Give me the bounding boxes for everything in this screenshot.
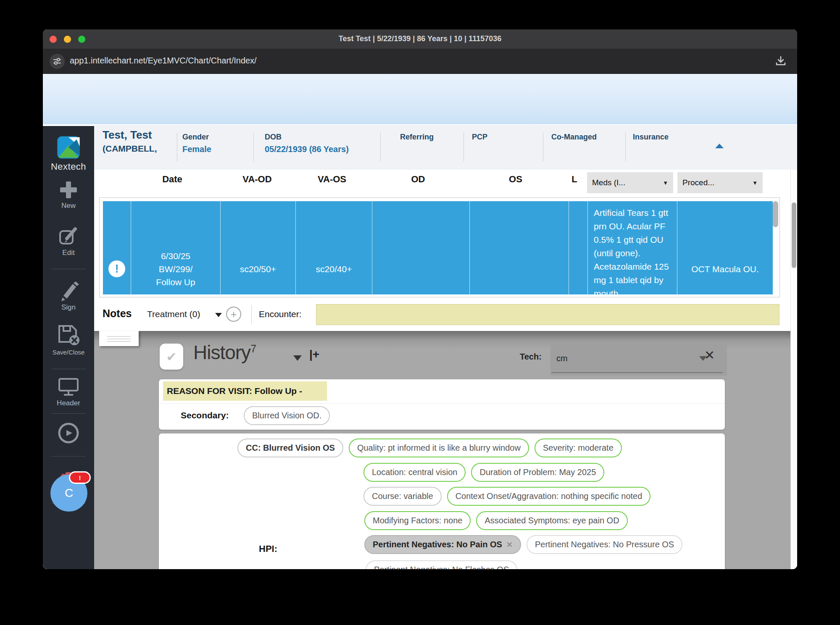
va-os-value: sc20/40+ [316,263,352,276]
hpi-card: HPI: CC: Blurred Vision OS Quality: pt i… [159,433,725,569]
divider [159,403,725,404]
va-od-cell[interactable]: sc20/50+ [220,201,295,294]
caret-down-icon: ▼ [752,180,758,186]
hpi-pill-pertinent-negative-flashes[interactable]: Pertinent Negatives: No Flashes OS [366,560,517,569]
page-scrollbar-thumb[interactable] [792,202,796,268]
hpi-pill-duration[interactable]: Duration of Problem: May 2025 [471,463,604,482]
od-cell[interactable] [372,201,469,294]
sidebar-divider [51,456,86,457]
notes-label: Notes [103,307,132,320]
encounter-label: Encounter: [259,309,302,319]
add-column-icon[interactable]: |+ [309,348,319,361]
hpi-pill-severity[interactable]: Severity: moderate [535,439,622,457]
grid-scrollbar[interactable] [773,201,778,291]
grid-column-l[interactable]: L [565,174,584,185]
l-cell[interactable] [569,201,587,294]
encounter-input[interactable] [316,304,779,325]
va-od-value: sc20/50+ [240,263,276,276]
tech-input[interactable] [556,354,682,363]
sidebar-divider [51,269,86,269]
hpi-pill-associated-symptoms[interactable]: Associated Symptoms: eye pain OD [476,511,627,530]
procedures-dropdown-label: Proced... [682,178,714,187]
input-underline [551,372,723,373]
treatment-dropdown[interactable]: Treatment (0) [147,309,200,319]
sidebar-item-label: Edit [43,249,94,257]
plus-icon: + [231,308,237,320]
sidebar-item-compass[interactable] [43,422,94,446]
grid-scrollbar-thumb[interactable] [773,201,778,227]
caret-down-icon: ▼ [663,180,668,186]
reason-for-visit[interactable]: REASON FOR VISIT: Follow Up - [163,381,327,401]
add-treatment-button[interactable]: + [226,307,241,322]
download-icon[interactable] [774,55,787,69]
site-settings-icon[interactable] [50,54,65,69]
sidebar-item-label: Header [43,399,94,407]
meds-text: Artificial Tears 1 gtt prn OU. Acular PF… [594,208,669,298]
patient-field-label: PCP [472,133,487,142]
encounter-row[interactable]: ! 6/30/25 BW/299/ Follow Up sc20/50+ sc2… [103,201,773,294]
va-os-cell[interactable]: sc20/40+ [295,201,372,294]
hpi-pill-pertinent-negative-pressure[interactable]: Pertinent Negatives: No Pressure OS [527,535,682,554]
hpi-label: HPI: [259,544,277,554]
encounter-type: Follow Up [156,276,195,289]
hpi-pill-location[interactable]: Location: central vision [363,463,466,482]
page-scrollbar[interactable] [790,170,797,569]
patient-field-label: Referring [400,133,434,142]
meds-cell[interactable]: Artificial Tears 1 gtt prn OU. Acular PF… [587,201,677,294]
chevron-up-icon[interactable] [715,144,724,148]
history-section-title[interactable]: History7 [193,341,256,364]
hpi-pill-context[interactable]: Context Onset/Aggravation: nothing speci… [447,487,651,506]
patient-name[interactable]: Test, Test [103,129,152,142]
tech-label: Tech: [520,352,542,362]
compass-icon [57,422,80,444]
panel-drag-handle[interactable] [99,331,139,346]
procedures-cell[interactable]: OCT Macula OU. [677,201,773,294]
patient-field-label: Co-Managed [551,133,597,142]
procedures-column-dropdown[interactable]: Proced... ▼ [677,172,763,193]
encounter-grid: ! 6/30/25 BW/299/ Follow Up sc20/50+ sc2… [99,197,780,297]
os-cell[interactable] [469,201,569,294]
sidebar-item-header[interactable]: Header [43,376,94,407]
grid-column-os[interactable]: OS [469,174,562,185]
sidebar-item-edit[interactable]: Edit [43,225,94,257]
patient-field-label: Gender [182,133,209,142]
hpi-pill-modifying-factors[interactable]: Modifying Factors: none [364,511,471,530]
patient-header: Test, Test (CAMPBELL, Gender Female DOB … [94,125,797,170]
sidebar-item-new[interactable]: New [43,180,94,210]
divider [251,305,252,324]
hpi-pill-quality[interactable]: Quality: pt informed it is like a blurry… [349,439,529,457]
secondary-pill[interactable]: Blurred Vision OD. [244,406,330,425]
history-caret-down-icon[interactable] [293,355,302,361]
history-checkbox[interactable]: ✔ [160,344,183,370]
hpi-pill-course[interactable]: Course: variable [363,487,442,506]
grid-column-od[interactable]: OD [371,174,465,185]
url-text[interactable]: app1.intellechart.net/Eye1MVC/Chart/Char… [70,56,257,66]
sidebar-item-save-close[interactable]: Save/Close [43,323,94,356]
history-close-icon[interactable]: ✕ [704,348,715,362]
nextech-logo[interactable] [43,135,94,161]
pencil-icon [58,280,79,302]
notification-badge: ! [69,471,91,484]
grid-column-date[interactable]: Date [136,174,208,185]
encounter-bw: BW/299/ [159,263,193,276]
sidebar-divider [51,413,86,414]
sidebar-item-sign[interactable]: Sign [43,280,94,312]
sidebar-item-label: New [43,202,94,210]
sidebar: Nextech New Edit Sign Save/Close [43,126,94,569]
column-divider [543,133,543,161]
remove-pill-icon[interactable]: ✕ [506,540,513,549]
caret-down-icon[interactable] [215,313,222,317]
meds-column-dropdown[interactable]: Meds (I... ▼ [587,172,673,193]
hpi-pill-cc[interactable]: CC: Blurred Vision OS [237,439,343,457]
date-cell[interactable]: 6/30/25 BW/299/ Follow Up [131,201,220,294]
browser-window: Test Test | 5/22/1939 | 86 Years | 10 | … [43,29,797,569]
grid-column-va-od[interactable]: VA-OD [220,174,294,185]
patient-name-secondary: (CAMPBELL, [103,144,157,154]
sidebar-item-label: Sign [43,303,94,312]
tech-dropdown[interactable] [550,343,727,376]
history-panel: ✔ History7 |+ Tech: ✕ REASON FOR VISIT: … [94,331,790,569]
check-icon: ✔ [166,349,176,364]
alert-cell[interactable]: ! [103,201,131,294]
hpi-pill-pertinent-negative-pain[interactable]: Pertinent Negatives: No Pain OS ✕ [364,535,521,554]
grid-column-va-os[interactable]: VA-OS [295,174,369,185]
